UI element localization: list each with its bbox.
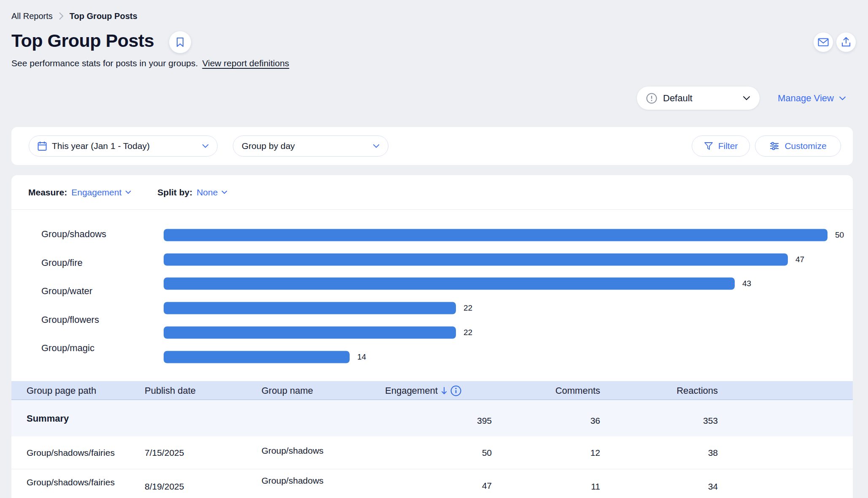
view-report-definitions-link[interactable]: View report definitions [202, 58, 289, 68]
chevron-down-icon [202, 144, 209, 148]
filter-button[interactable]: Filter [692, 135, 750, 157]
breadcrumb-current: Top Group Posts [70, 11, 137, 21]
cell-publish-date: 8/19/2025 [145, 482, 184, 492]
share-icon [841, 37, 851, 48]
chart-bar[interactable] [164, 229, 828, 241]
chart-bar[interactable] [164, 278, 735, 290]
filter-bar: This year (Jan 1 - Today) Group by day F… [11, 127, 853, 165]
manage-view-label: Manage View [778, 93, 834, 104]
col-header-reactions[interactable]: Reactions [677, 381, 718, 400]
summary-reactions: 353 [703, 416, 718, 426]
page-subtitle: See performance stats for posts in your … [11, 58, 289, 68]
bar-value-label: 22 [464, 328, 472, 337]
cell-engagement: 50 [482, 448, 492, 458]
cell-engagement: 47 [482, 481, 492, 491]
breadcrumb-all-reports[interactable]: All Reports [11, 11, 53, 21]
view-selector-dropdown[interactable]: Default [637, 87, 760, 110]
chart-bar[interactable] [164, 326, 456, 338]
measure-dropdown[interactable]: Engagement [71, 187, 131, 198]
bar-value-label: 47 [795, 255, 804, 264]
chevron-down-icon [373, 144, 380, 148]
breadcrumb: All Reports Top Group Posts [11, 10, 137, 22]
report-page: All Reports Top Group Posts Top Group Po… [0, 0, 868, 498]
col-header-publish-date[interactable]: Publish date [145, 381, 196, 400]
col-header-group-name[interactable]: Group name [261, 381, 313, 400]
sliders-icon [769, 141, 779, 151]
bar-value-label: 14 [357, 352, 366, 362]
chevron-down-icon [839, 96, 846, 100]
page-title: Top Group Posts [11, 30, 154, 51]
chart-bar[interactable] [164, 351, 350, 363]
measure-value: Engagement [71, 187, 121, 198]
col-header-comments[interactable]: Comments [555, 381, 600, 400]
summary-engagement: 395 [477, 416, 492, 426]
chart-category-label: Group/flowers [41, 314, 99, 325]
bar-value-label: 50 [835, 230, 844, 240]
split-by-label: Split by: [157, 187, 192, 198]
group-by-value: Group by day [242, 141, 368, 151]
filter-label: Filter [718, 141, 738, 151]
cell-reactions: 34 [708, 482, 718, 492]
customize-button[interactable]: Customize [755, 135, 841, 157]
chevron-down-icon [221, 190, 227, 194]
table-row[interactable]: Group/shadows/fairies 8/19/2025 Group/sh… [11, 469, 853, 498]
chart-category-label: Group/magic [41, 343, 94, 354]
chevron-down-icon [125, 190, 131, 194]
measure-label: Measure: [28, 187, 67, 198]
manage-view-button[interactable]: Manage View [778, 92, 846, 105]
date-range-dropdown[interactable]: This year (Jan 1 - Today) [29, 135, 218, 157]
date-range-value: This year (Jan 1 - Today) [52, 141, 197, 151]
cell-comments: 11 [591, 482, 600, 492]
col-header-engagement[interactable]: Engagement [385, 381, 461, 400]
engagement-header-label: Engagement [385, 385, 438, 396]
split-by-value: None [197, 187, 218, 198]
bookmark-icon [176, 37, 184, 47]
cell-publish-date: 7/15/2025 [145, 448, 184, 458]
breadcrumb-chevron-icon [59, 12, 64, 20]
cell-comments: 12 [590, 448, 600, 458]
group-by-dropdown[interactable]: Group by day [233, 135, 388, 157]
split-by-dropdown[interactable]: None [197, 187, 227, 198]
info-icon[interactable] [450, 385, 461, 396]
customize-label: Customize [784, 141, 826, 151]
bar-value-label: 22 [464, 303, 472, 313]
header-actions [814, 32, 856, 52]
cell-group-name: Group/shadows [261, 446, 323, 456]
chart-category-label: Group/fire [41, 257, 83, 268]
view-selector-value: Default [663, 93, 737, 104]
chart-bar[interactable] [164, 302, 456, 314]
cell-group-page-path: Group/shadows/fairies [27, 448, 115, 458]
subtitle-text: See performance stats for posts in your … [11, 58, 198, 68]
bookmark-button[interactable] [169, 31, 191, 53]
table-row[interactable]: Group/shadows/fairies 7/15/2025 Group/sh… [11, 436, 853, 469]
filter-funnel-icon [704, 141, 713, 151]
measure-bar: Measure: Engagement Split by: None [11, 175, 853, 210]
email-icon [818, 38, 829, 46]
table-summary-row: Summary 395 36 353 [11, 400, 853, 436]
cell-reactions: 38 [708, 448, 718, 458]
table-header-row: Group page path Publish date Group name … [11, 381, 853, 400]
alert-circle-icon [646, 93, 657, 104]
sort-descending-icon [441, 387, 447, 395]
chart-bar[interactable] [164, 253, 788, 265]
share-button[interactable] [836, 32, 856, 52]
chart-category-label: Group/shadows [41, 229, 106, 240]
calendar-icon [38, 141, 47, 151]
email-button[interactable] [814, 32, 833, 52]
col-header-group-page-path[interactable]: Group page path [27, 381, 96, 400]
cell-group-name: Group/shadows [261, 476, 323, 486]
cell-group-page-path: Group/shadows/fairies [27, 477, 115, 487]
summary-label: Summary [27, 413, 69, 424]
chevron-down-icon [743, 96, 750, 100]
bar-value-label: 43 [742, 279, 751, 288]
summary-comments: 36 [590, 416, 600, 426]
chart-category-label: Group/water [41, 286, 92, 297]
